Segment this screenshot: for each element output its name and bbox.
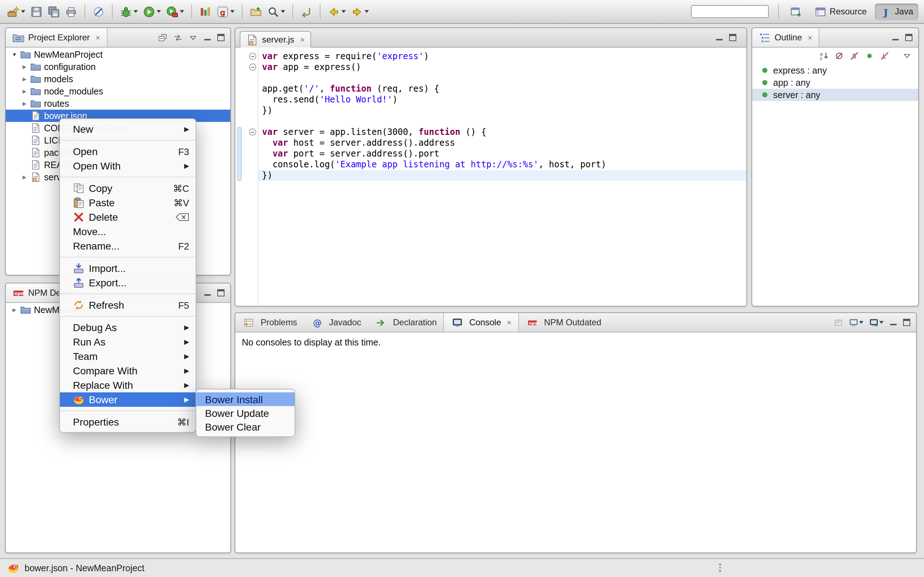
menu-item-bower-install[interactable]: Bower Install <box>196 392 294 406</box>
coverage-button[interactable] <box>198 4 213 19</box>
tab-npm-outdated[interactable]: npmNPM Outdated <box>519 313 608 332</box>
collapse-all-icon[interactable] <box>158 33 168 42</box>
expand-arrow-icon[interactable]: ▶ <box>20 174 29 180</box>
code-line[interactable] <box>235 73 746 84</box>
open-wizard-button[interactable] <box>248 4 263 19</box>
menu-item-move[interactable]: Move... <box>60 224 195 239</box>
code-line[interactable]: }) <box>235 170 746 181</box>
tree-item-routes[interactable]: ▶routes <box>6 97 230 110</box>
forward-button[interactable] <box>349 4 370 19</box>
code-line[interactable] <box>235 116 746 127</box>
code-line[interactable]: res.send('Hello World!') <box>235 95 746 105</box>
minimize-icon[interactable] <box>204 289 212 297</box>
tree-item-configuration[interactable]: ▶configuration <box>6 61 230 73</box>
run-button[interactable] <box>142 4 162 19</box>
outline-item-express-any[interactable]: express : any <box>752 64 918 76</box>
save-all-button[interactable] <box>46 4 61 19</box>
code-line[interactable]: var server = app.listen(3000, function (… <box>235 127 746 138</box>
maximize-icon[interactable] <box>217 34 225 41</box>
minimize-icon[interactable] <box>204 34 212 41</box>
search-button[interactable] <box>266 4 287 19</box>
menu-item-export[interactable]: Export... <box>60 276 195 290</box>
maximize-icon[interactable] <box>905 34 913 41</box>
menu-item-rename[interactable]: Rename...F2 <box>60 239 195 253</box>
menu-item-bower[interactable]: Bower▶ <box>60 392 195 407</box>
close-view-icon[interactable]: × <box>96 33 100 42</box>
sort-icon[interactable]: az <box>819 51 829 61</box>
tree-item-models[interactable]: ▶models <box>6 73 230 85</box>
hide-static-members-icon[interactable]: S <box>850 51 859 61</box>
hide-fields-icon[interactable] <box>835 51 844 61</box>
clear-console-icon[interactable] <box>834 318 843 327</box>
close-tab-icon[interactable]: × <box>300 35 305 44</box>
maximize-icon[interactable] <box>729 34 736 41</box>
close-view-icon[interactable]: × <box>808 33 813 42</box>
perspective-resource-button[interactable]: Resource <box>809 3 872 20</box>
expand-arrow-icon[interactable]: ▶ <box>20 64 29 69</box>
menu-item-new[interactable]: New▶ <box>60 122 195 136</box>
fields-icon[interactable] <box>865 51 874 61</box>
menu-item-debug-as[interactable]: Debug As▶ <box>60 320 195 335</box>
display-console-button[interactable] <box>849 318 863 327</box>
fold-collapse-icon[interactable] <box>249 128 256 135</box>
minimize-icon[interactable] <box>889 319 897 326</box>
save-button[interactable] <box>29 4 44 19</box>
minimize-icon[interactable] <box>892 34 900 41</box>
gwt-compile-button[interactable]: g <box>215 4 236 19</box>
close-tab-icon[interactable]: × <box>507 318 512 327</box>
menu-item-run-as[interactable]: Run As▶ <box>60 335 195 349</box>
dropdown-arrow-icon[interactable] <box>365 10 369 13</box>
menu-item-properties[interactable]: Properties⌘I <box>60 415 195 429</box>
code-line[interactable]: var express = require('express') <box>235 51 746 62</box>
dropdown-arrow-icon[interactable] <box>281 10 285 13</box>
expand-arrow-icon[interactable]: ▶ <box>20 76 29 82</box>
fold-collapse-icon[interactable] <box>249 63 256 71</box>
back-button[interactable] <box>326 4 347 19</box>
print-button[interactable] <box>63 4 79 19</box>
outline-item-server-any[interactable]: server : any <box>752 89 918 101</box>
code-line[interactable]: var app = express() <box>235 62 746 73</box>
menu-item-bower-update[interactable]: Bower Update <box>196 406 294 420</box>
menu-item-bower-clear[interactable]: Bower Clear <box>196 420 294 434</box>
tab-server-js[interactable]: JS server.js × <box>240 31 311 48</box>
code-area[interactable]: var express = require('express')var app … <box>235 48 746 306</box>
sash-handle[interactable] <box>718 562 722 573</box>
link-with-editor-icon[interactable] <box>173 33 183 42</box>
tree-item-node-modules[interactable]: ▶node_modules <box>6 85 230 97</box>
open-perspective-button[interactable] <box>789 4 804 19</box>
last-edit-location-button[interactable] <box>299 4 314 19</box>
perspective-java-button[interactable]: JJava <box>874 3 918 20</box>
tab-problems[interactable]: Problems <box>235 313 304 332</box>
project-explorer-tab[interactable]: Project Explorer × <box>6 28 108 47</box>
menu-item-compare-with[interactable]: Compare With▶ <box>60 364 195 378</box>
menu-item-refresh[interactable]: RefreshF5 <box>60 298 195 312</box>
maximize-icon[interactable] <box>217 289 225 297</box>
outline-item-app-any[interactable]: app : any <box>752 76 918 89</box>
menu-item-delete[interactable]: Delete <box>60 210 195 224</box>
dropdown-arrow-icon[interactable] <box>230 10 234 13</box>
expand-arrow-icon[interactable]: ▶ <box>10 307 19 313</box>
menu-item-copy[interactable]: Copy⌘C <box>60 181 195 195</box>
menu-item-team[interactable]: Team▶ <box>60 349 195 364</box>
view-menu-icon[interactable] <box>902 51 912 61</box>
fold-collapse-icon[interactable] <box>249 53 256 60</box>
code-line[interactable]: console.log('Example app listening at ht… <box>235 160 746 170</box>
code-line[interactable]: var host = server.address().address <box>235 138 746 148</box>
external-tools-button[interactable] <box>165 4 186 19</box>
expand-arrow-icon[interactable]: ▶ <box>20 89 29 94</box>
tab-console[interactable]: Console× <box>443 313 519 332</box>
dropdown-arrow-icon[interactable] <box>134 10 138 13</box>
expand-arrow-icon[interactable]: ▼ <box>10 52 19 57</box>
dropdown-arrow-icon[interactable] <box>21 10 25 13</box>
tab-javadoc[interactable]: @Javadoc <box>304 313 367 332</box>
tree-item-newmeanproject[interactable]: ▼NewMeanProject <box>6 48 230 61</box>
editor-body[interactable]: var express = require('express')var app … <box>235 48 746 306</box>
code-line[interactable]: app.get('/', function (req, res) { <box>235 84 746 95</box>
code-line[interactable]: }) <box>235 105 746 116</box>
expand-arrow-icon[interactable]: ▶ <box>20 101 29 106</box>
skip-all-breakpoints-button[interactable] <box>91 4 106 19</box>
hide-local-types-icon[interactable]: L <box>880 51 889 61</box>
open-console-button[interactable] <box>869 318 884 327</box>
quick-access-input[interactable] <box>691 5 769 18</box>
menu-item-replace-with[interactable]: Replace With▶ <box>60 378 195 392</box>
